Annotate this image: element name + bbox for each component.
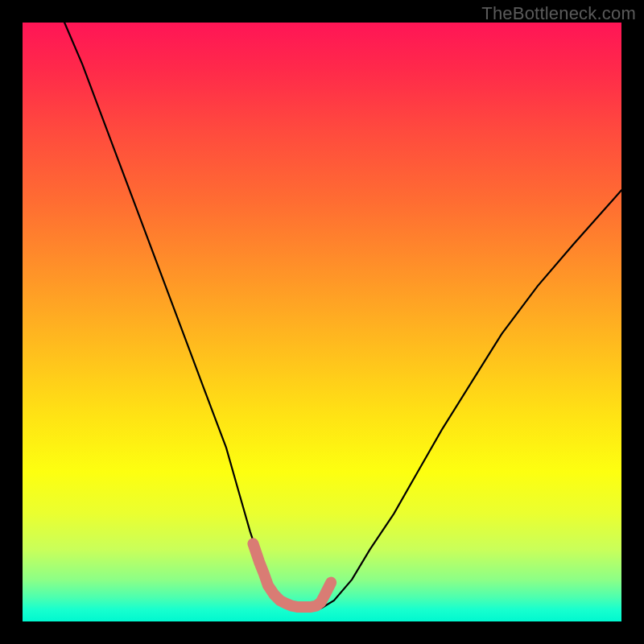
- curve-svg: [23, 23, 621, 621]
- watermark-text: TheBottleneck.com: [481, 3, 636, 24]
- min-region-highlight: [253, 543, 331, 607]
- chart-frame: TheBottleneck.com: [0, 0, 644, 644]
- plot-area: [23, 23, 621, 621]
- bottleneck-curve: [64, 23, 621, 609]
